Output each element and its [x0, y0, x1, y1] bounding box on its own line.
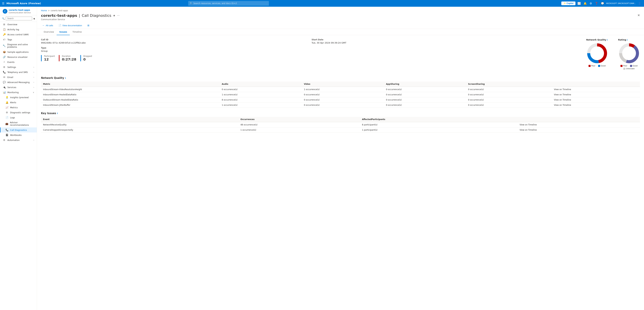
grid-view-button[interactable]: ⊞ [86, 23, 91, 28]
events-icon: ⚡ [3, 61, 6, 64]
view-timeline-link[interactable]: View on Timeline [552, 97, 640, 102]
activity-log-icon: 📋 [3, 28, 6, 31]
rating-legend: Poor Good [618, 65, 640, 67]
duration-value: 0:27:28 [62, 57, 76, 61]
sidebar-item-activity-log[interactable]: 📋 Activity log [0, 27, 37, 32]
video-cell: 0 occurrence(s) [302, 97, 384, 102]
tab-timeline[interactable]: Timeline [70, 29, 84, 35]
sidebar-item-insights[interactable]: 💡 Insights (preview) [0, 95, 37, 100]
sidebar-item-advisor[interactable]: 💼 Advisor recommendations [0, 120, 37, 128]
affected-cell: 1 participant(s) [360, 128, 518, 133]
tab-issues[interactable]: Issues [57, 29, 70, 35]
sidebar-item-tags[interactable]: 🏷 Tags [0, 37, 37, 42]
sidebar-label-call-diagnostics: Call Diagnostics [10, 129, 27, 131]
hamburger-menu[interactable]: ☰ [2, 2, 4, 5]
network-quality-section-info-icon[interactable]: ℹ [65, 77, 66, 79]
rating-chart: Rating ℹ [618, 38, 640, 70]
page-title-row: corertc-test-apps | Call Diagnostics ★ ·… [41, 14, 120, 18]
sidebar-item-overview[interactable]: ⊞ Overview [0, 22, 37, 27]
avatar[interactable]: 👤 [637, 1, 642, 6]
feedback-icon[interactable]: 💬 [600, 1, 605, 6]
sidebar-item-sample-apps[interactable]: 📦 Sample applications [0, 50, 37, 54]
sidebar-label-telephony: Telephony and SMS [8, 71, 28, 74]
user-account[interactable]: MICROSOFT (MICROSOFT.ONM... [606, 2, 636, 4]
sidebar-item-automation[interactable]: ⚙ Automation › [0, 138, 37, 142]
good-legend-label: Good [601, 65, 606, 67]
chevron-right-icon-2: › [34, 71, 34, 73]
back-arrow-icon: ← [42, 24, 45, 27]
sidebar-item-workbooks[interactable]: 📓 Workbooks [0, 132, 37, 138]
audio-cell: 0 occurrence(s) [220, 87, 302, 92]
network-quality-info-icon[interactable]: ℹ [607, 39, 608, 41]
workbooks-icon: 📓 [6, 134, 8, 136]
key-issues-header-row: Event Occurrences AffectedParticipants [41, 117, 640, 122]
resource-viz-icon: 🔗 [3, 56, 6, 58]
portal-icon[interactable]: ⬜ [577, 1, 582, 6]
sidebar-item-access-control[interactable]: 🔑 Access control (IAM) [0, 32, 37, 37]
help-icon[interactable]: ❓ [594, 1, 599, 6]
sidebar-label-services: Services [8, 86, 16, 88]
sidebar-item-settings[interactable]: ⚙ Settings › [0, 64, 37, 70]
good-legend-dot [598, 65, 600, 67]
video-cell: 0 occurrence(s) [302, 92, 384, 97]
sidebar-item-advanced-messaging[interactable]: 💬 Advanced Messaging › [0, 80, 37, 85]
more-options-icon[interactable]: ··· [117, 14, 120, 17]
main-content: Home > corertc-test-apps corertc-test-ap… [37, 7, 644, 310]
rating-info-icon[interactable]: ℹ [627, 39, 628, 41]
table-row: InboundStream-VideoResolutionHeight 0 oc… [41, 87, 640, 92]
sidebar-item-events[interactable]: ⚡ Events [0, 60, 37, 64]
call-id-section: Call ID 9942dd6c-071c-4269-bf1d-cc22ff82… [41, 38, 309, 44]
notifications-icon[interactable]: 🔔 [583, 1, 588, 6]
sidebar-item-metrics[interactable]: 📈 Metrics [0, 105, 37, 110]
sidebar-item-email[interactable]: ✉ Email › [0, 75, 37, 80]
poor-legend-dot [588, 65, 590, 67]
sidebar-item-diagnose[interactable]: 🔧 Diagnose and solve problems [0, 42, 37, 50]
sidebar-item-services[interactable]: 🔌 Services › [0, 85, 37, 90]
sidebar-label-advisor: Advisor recommendations [10, 121, 34, 126]
breadcrumb-separator: > [48, 10, 50, 12]
sidebar-item-logs[interactable]: 📄 Logs [0, 115, 37, 120]
sidebar-label-overview: Overview [8, 23, 17, 26]
search-placeholder: Search resources, services, and docs (G+… [194, 2, 237, 4]
sidebar-label-settings: Settings [8, 66, 16, 68]
view-documentation-button[interactable]: 📄 View documentation [57, 23, 83, 28]
sidebar-item-resource-viz[interactable]: 🔗 Resource visualizer [0, 54, 37, 60]
appsharing-cell: 0 occurrence(s) [384, 97, 466, 102]
view-timeline-ki-link[interactable]: View on Timeline [518, 128, 640, 133]
table-row: InboundStream-HealedDataRatio 1 occurren… [41, 92, 640, 97]
stat-dropped: Dropped 0 [80, 55, 92, 61]
stats-row: Participant 12 Duration 0:27:28 [41, 55, 580, 61]
close-button[interactable]: ✕ [638, 14, 640, 17]
global-search[interactable]: 🔍 Search resources, services, and docs (… [188, 1, 269, 6]
sidebar-item-alerts[interactable]: 🔔 Alerts [0, 100, 37, 105]
sidebar-item-telephony[interactable]: 📞 Telephony and SMS › [0, 70, 37, 75]
key-issues-info-icon[interactable]: ℹ [57, 112, 58, 114]
back-to-all-calls-button[interactable]: ← All calls [41, 23, 54, 28]
resource-type: Communication Service [9, 12, 31, 14]
overview-icon: ⊞ [3, 23, 6, 26]
app-title: Microsoft Azure (Preview) [6, 2, 41, 5]
rating-poor-dot [620, 65, 622, 67]
view-timeline-link[interactable]: View on Timeline [552, 87, 640, 92]
col-metric: Metric [41, 82, 220, 87]
copilot-button[interactable]: ✨ Copilot [561, 2, 576, 5]
sidebar-search-input[interactable] [6, 17, 32, 20]
sidebar-item-call-diagnostics[interactable]: 📞 Call Diagnostics [0, 128, 37, 132]
tab-overview[interactable]: Overview [41, 29, 57, 35]
view-timeline-ki-link[interactable]: View on Timeline [518, 122, 640, 128]
view-timeline-link[interactable]: View on Timeline [552, 92, 640, 97]
settings-icon[interactable]: ⚙ [589, 1, 592, 6]
favorite-star-icon[interactable]: ★ [113, 14, 115, 17]
insights-icon: 💡 [6, 96, 8, 99]
key-issues-section-title: Key Issues ℹ [41, 112, 640, 115]
breadcrumb-home[interactable]: Home [41, 10, 47, 12]
ki-col-occurrences: Occurrences [238, 117, 360, 122]
rating-poor-label: Poor [623, 65, 627, 67]
sidebar-item-monitoring[interactable]: 📊 Monitoring ∨ [0, 90, 37, 95]
collapse-icon[interactable]: ◀ [33, 17, 35, 20]
view-timeline-link[interactable]: View on Timeline [552, 102, 640, 108]
call-id-label: Call ID [41, 38, 309, 41]
sidebar-item-diagnostic-settings[interactable]: ⚙ Diagnostic settings [0, 110, 37, 115]
col-appsharing: AppSharing [384, 82, 466, 87]
breadcrumb-resource[interactable]: corertc-test-apps [51, 10, 68, 12]
